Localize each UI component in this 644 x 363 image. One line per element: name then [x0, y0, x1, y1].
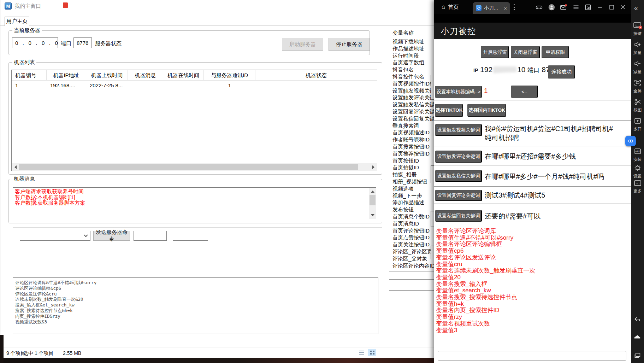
thumbnails-view-icon[interactable] [368, 349, 376, 356]
command-param-input-1[interactable] [134, 231, 167, 241]
close-float-window-button[interactable]: 关闭悬浮窗 [511, 46, 540, 58]
minimize-icon[interactable] [596, 3, 604, 11]
variable-list-item[interactable]: 拍摄_相册 [392, 171, 435, 178]
select-cn-tiktok-button[interactable]: 选择国内TIKTOK [467, 104, 506, 117]
variable-list-item[interactable]: 运行时间段 [392, 52, 435, 59]
scroll-down-icon[interactable] [369, 211, 376, 219]
kebab-menu-icon[interactable] [514, 4, 515, 10]
set-dm-reply-keywords-button[interactable]: 设置私信回复关键词 [435, 210, 482, 222]
cast-screen-icon[interactable] [584, 3, 592, 11]
nav-back-icon[interactable] [633, 316, 641, 323]
table-row[interactable]: 1 192.168.... 2022-7-25 8... 1 [12, 81, 377, 90]
variable-list-item[interactable]: 首页推荐按钮ID [392, 150, 435, 157]
remote-bottom-input[interactable] [438, 351, 626, 361]
scroll-left-icon[interactable] [12, 163, 19, 171]
column-header[interactable]: 机器IP地址 [47, 70, 86, 81]
variable-list-item[interactable]: 设置触发视频关键 [392, 87, 435, 94]
variable-list-item[interactable]: 相册_视频按钮 [392, 178, 435, 185]
scroll-up-icon[interactable] [369, 188, 376, 195]
variable-list-item[interactable]: 首页消息ID [392, 220, 435, 227]
variable-value-input[interactable] [389, 279, 434, 291]
variable-name-list[interactable]: 变量名称 视频下载地址作品描述地址运行时间段首页遮字数组抖音包名抖音控件包名首页… [389, 26, 435, 271]
set-dm-keywords-button[interactable]: 设置触发私信关键词 [435, 170, 482, 182]
mail-icon[interactable] [560, 3, 567, 11]
variable-list-item[interactable]: 垂直搜索词 [392, 122, 435, 129]
nav-home-icon[interactable] [633, 333, 641, 340]
column-header[interactable]: 机器在线时间 [163, 70, 204, 81]
variable-list-item[interactable]: 首页消息个数ID [392, 213, 435, 220]
column-header[interactable]: 机器状态 [255, 70, 377, 81]
variable-list-item[interactable]: 首页点赞按钮ID [392, 234, 435, 241]
variable-list-item[interactable]: 评论区_评论区页面 [392, 248, 435, 255]
stop-server-button[interactable]: 停止服务器 [329, 38, 370, 51]
scrollbar-thumb[interactable] [19, 164, 358, 170]
maximize-icon[interactable] [608, 3, 615, 11]
variable-list-item[interactable]: 视频选项 [392, 185, 435, 192]
start-server-button[interactable]: 启动服务器 [282, 38, 323, 51]
variable-list-item[interactable]: 设置触发私信关键 [392, 101, 435, 108]
command-combobox[interactable] [20, 231, 90, 241]
script-variables-textarea[interactable]: 评论区评论词库&牛逼#不错#可以#sorry 评论区评论编辑框&cp6 评论区发… [13, 277, 378, 334]
gamepad-icon[interactable] [535, 3, 543, 11]
column-header[interactable]: 与服务器通讯ID [204, 70, 255, 81]
variable-list-item[interactable]: 抖音控件包名 [392, 73, 435, 80]
column-header[interactable]: 机器消息 [128, 70, 163, 81]
sidebar-item-settings[interactable]: 设置 [631, 164, 644, 179]
variable-list-item[interactable]: 设置触发评论关键 [392, 94, 435, 101]
tab-home[interactable]: ⌂ 首页 [442, 4, 459, 11]
command-param-input-2[interactable] [173, 231, 208, 241]
collapse-sidebar-icon[interactable]: « [634, 4, 638, 12]
sidebar-item-screenshot[interactable]: 截图 [631, 98, 644, 113]
variable-list-item[interactable]: 首页评论按钮ID [392, 227, 435, 234]
sidebar-item-volume-up[interactable]: 加量 [631, 40, 644, 55]
sidebar-item-more[interactable]: 更多 [631, 179, 644, 194]
variable-list-item[interactable]: 设置私信回复关键 [392, 115, 435, 122]
variable-list-item[interactable]: 首页视频描述ID [392, 129, 435, 136]
floating-link-logo-icon[interactable] [625, 136, 636, 146]
variable-list-item[interactable]: 首页遮字数组 [392, 59, 435, 66]
variable-list-item[interactable]: 首页视频控件ID类 [392, 80, 435, 87]
horizontal-scrollbar[interactable] [12, 163, 377, 171]
tab-active[interactable]: 小刀... × [473, 2, 510, 14]
sidebar-item-multi-open[interactable]: 多开 [631, 117, 644, 132]
variable-list-item[interactable]: 视频_下一步 [392, 192, 435, 199]
machine-message-box[interactable]: 客户端请求获取获取养号时间 客户数据:本机机器编码[1] 客户数据:获取服务器脚… [13, 187, 376, 219]
account-icon[interactable] [548, 3, 555, 11]
open-float-window-button[interactable]: 开启悬浮窗 [481, 46, 509, 58]
request-permission-button[interactable]: 申请权限 [542, 46, 569, 58]
sidebar-item-fullscreen[interactable]: 全屏 [631, 78, 644, 94]
set-comment-keywords-button[interactable]: 设置触发评论关键词 [435, 151, 482, 163]
set-video-keywords-button[interactable]: 设置触发视频关键词 [435, 124, 482, 136]
variable-list-item[interactable]: 首页拍摄ID [392, 164, 435, 171]
connect-status-button[interactable]: 连接成功 [548, 65, 575, 78]
tab-close-icon[interactable]: × [504, 5, 507, 11]
details-view-icon[interactable] [358, 349, 366, 356]
variable-list-item[interactable]: 首页按钮ID [392, 157, 435, 164]
sidebar-item-keys[interactable]: 按键 [631, 21, 644, 36]
title-bar[interactable]: M 我的主窗口 [0, 0, 435, 11]
server-ip-input[interactable]: 0 . 0 . 0 . 0 [12, 37, 58, 48]
close-icon[interactable] [619, 3, 627, 11]
variable-list-item[interactable]: 评论区评论内容ID [392, 262, 435, 269]
select-tiktok-button[interactable]: 选择TIKTOK [435, 104, 463, 117]
nav-recents-icon[interactable] [633, 352, 641, 359]
sidebar-item-install[interactable]: APK 安装 [631, 147, 644, 162]
set-machine-code-button[interactable]: 设置本地机器编码--> [435, 86, 482, 98]
scroll-right-icon[interactable] [370, 163, 377, 171]
sidebar-item-volume-down[interactable]: 减量 [631, 59, 644, 75]
arrow-back-button[interactable]: <-- [511, 86, 538, 98]
column-header[interactable]: 机器上线时间 [86, 70, 128, 81]
variable-list-item[interactable]: 评论区_父对象 [392, 255, 435, 262]
variable-list-item[interactable]: 抖音包名 [392, 66, 435, 73]
variable-list-item[interactable]: 首页关注按钮ID [392, 241, 435, 248]
port-input[interactable]: 8776 [73, 37, 92, 48]
scrollbar-thumb[interactable] [370, 195, 376, 205]
send-command-button[interactable]: 发送服务器命令 [93, 231, 130, 241]
variable-list-item[interactable]: 设置回复评论关键 [392, 108, 435, 115]
variable-list-item[interactable]: 作者账号昵称ID [392, 136, 435, 143]
set-reply-comment-keywords-button[interactable]: 设置回复评论关键词 [435, 190, 482, 201]
variable-list-item[interactable]: 视频下载地址 [392, 38, 435, 45]
vertical-scrollbar[interactable] [369, 188, 376, 219]
variable-list-item[interactable]: 首页搜索按钮ID [392, 143, 435, 150]
variable-list-item[interactable]: 添加作品描述 [392, 199, 435, 206]
